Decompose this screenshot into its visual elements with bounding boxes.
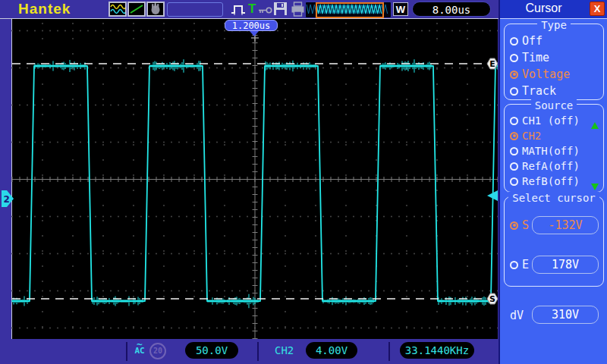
radio-icon <box>510 177 518 186</box>
panel-header: Cursor X <box>500 0 607 19</box>
source-option-ch1[interactable]: CH1 (off) <box>505 113 603 128</box>
radio-icon <box>510 261 518 269</box>
graticule-waveform-svg: ES2 <box>0 19 498 339</box>
source-option-math[interactable]: MATH(off) <box>505 143 603 158</box>
pulse-icon[interactable] <box>231 3 247 19</box>
toolbar: Hantek <box>0 0 498 19</box>
separator <box>126 342 127 361</box>
cursor-s-radio[interactable]: S <box>510 218 529 232</box>
cursor-e-radio[interactable]: E <box>510 258 529 271</box>
cursor-e-value[interactable]: 178V <box>532 256 599 274</box>
radio-icon <box>510 162 518 171</box>
source-option-ch2[interactable]: CH2 <box>505 128 603 143</box>
status-bar: ~ AC 20 50.0V CH2 4.00V 33.1440KHz <box>0 339 498 364</box>
type-group: Type Off Time Voltage Track <box>504 24 604 100</box>
type-option-voltage[interactable]: Voltage <box>505 66 603 83</box>
delta-v-label: dV <box>510 309 524 322</box>
trigger-position-pointer <box>250 31 259 36</box>
print-icon[interactable] <box>291 2 305 20</box>
ac-coupling-icon: ~ AC <box>131 340 149 354</box>
cursor-menu-panel: Cursor X Type Off Time Voltage Track <box>498 0 607 364</box>
frequency-readout: 33.1440KHz <box>400 342 474 359</box>
empty-slot <box>167 2 223 17</box>
radio-icon <box>510 221 518 230</box>
source-group: Source CH1 (off) CH2 MATH(off) RefA(off)… <box>504 104 604 193</box>
select-cursor-legend: Select cursor <box>508 192 599 204</box>
svg-text:2: 2 <box>4 194 10 205</box>
source-option-refb[interactable]: RefB(off) <box>505 174 603 189</box>
source-option-refa[interactable]: RefA(off) <box>505 158 603 174</box>
preview-window[interactable] <box>316 2 384 18</box>
hand-icon[interactable] <box>146 2 165 17</box>
scroll-up-icon[interactable] <box>591 122 599 129</box>
delta-v-value: 310V <box>532 306 599 324</box>
hantek-logo: Hantek <box>18 1 71 17</box>
window-w-icon[interactable]: W <box>393 2 408 16</box>
source-legend: Source <box>531 99 577 111</box>
type-option-off[interactable]: Off <box>505 33 603 49</box>
key-icon[interactable] <box>258 5 272 19</box>
radio-icon <box>510 147 518 155</box>
radio-icon <box>510 117 518 125</box>
separator <box>388 342 390 361</box>
line-icon[interactable] <box>127 2 146 17</box>
type-legend: Type <box>537 19 571 31</box>
radio-icon <box>510 87 518 96</box>
svg-text:E: E <box>489 59 495 69</box>
radio-icon <box>510 37 518 46</box>
radio-icon <box>510 54 518 62</box>
scroll-down-icon[interactable] <box>591 184 599 190</box>
trigger-t-icon[interactable]: T <box>248 2 256 17</box>
close-button[interactable]: X <box>590 2 605 16</box>
save-icon[interactable] <box>273 2 288 20</box>
cursor-s-value[interactable]: -132V <box>532 216 599 234</box>
channels-icon[interactable] <box>109 2 127 17</box>
radio-icon <box>510 71 518 79</box>
trigger-position-tag[interactable]: 1.200us <box>225 20 278 31</box>
panel-title: Cursor <box>500 2 587 15</box>
volts-div-readout: 50.0V <box>185 342 238 359</box>
timebase-readout: 8.00us <box>412 2 491 17</box>
svg-text:S: S <box>489 294 495 304</box>
trigger-level-readout: 4.00V <box>306 342 357 359</box>
type-option-time[interactable]: Time <box>505 49 603 66</box>
bandwidth-20mhz-icon: 20 <box>149 343 166 359</box>
oscilloscope-app: Hantek <box>0 0 607 364</box>
waveform-preview[interactable] <box>305 2 392 18</box>
type-option-track[interactable]: Track <box>505 83 603 99</box>
trigger-source-label: CH2 <box>275 344 294 356</box>
separator <box>257 342 259 361</box>
radio-icon <box>510 132 518 140</box>
